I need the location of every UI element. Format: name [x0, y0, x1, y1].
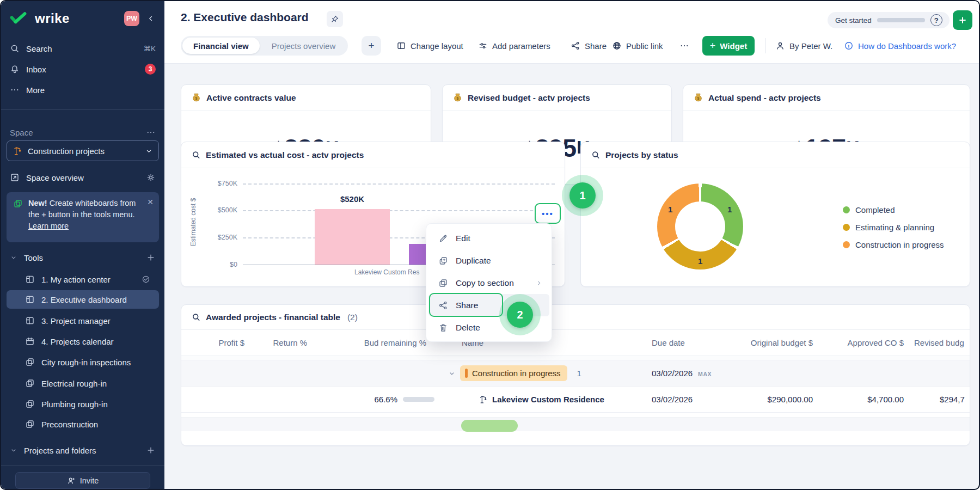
project-name-cell[interactable]: Lakeview Custom Residence [437, 395, 644, 404]
y-tick-0: $0 [204, 261, 237, 268]
col-return[interactable]: Return % [252, 338, 315, 347]
status-chart-widget[interactable]: Projects by status 1 1 1 Completed Estim… [580, 142, 970, 287]
get-started-progress[interactable]: Get started ? [828, 12, 950, 28]
change-layout-button[interactable]: Change layout [396, 36, 463, 56]
projects-folders-section[interactable]: Projects and folders [1, 441, 164, 460]
sidebar-item-projects-calendar[interactable]: 4. Projects calendar [7, 332, 159, 351]
add-project-icon[interactable] [146, 445, 156, 455]
folder-copy-icon [25, 419, 35, 429]
tool-label: Electrical rough-in [41, 379, 150, 388]
tool-label: 2. Executive dashboard [41, 295, 150, 304]
tab-projects-overview[interactable]: Projects overview [261, 38, 347, 54]
dashboards-help-link[interactable]: How do Dashboards work? [844, 36, 956, 56]
bud-remaining-progress-track [403, 397, 434, 402]
chevron-down-icon[interactable] [448, 370, 456, 377]
byline-label: By Peter W. [789, 41, 832, 51]
sidebar-item-city-rough-in[interactable]: City rough-in inspections [7, 353, 159, 371]
tools-section-header[interactable]: Tools [1, 248, 164, 267]
sidebar-item-more[interactable]: More [1, 81, 164, 99]
widget-header: Projects by status [581, 142, 970, 168]
tool-label: 3. Project manager [41, 316, 150, 326]
legend-item-construction[interactable]: Construction in progress [843, 240, 944, 249]
pin-button[interactable] [327, 11, 343, 27]
create-new-button[interactable] [953, 10, 972, 30]
folder-copy-icon [25, 399, 35, 409]
table-row[interactable]: 66.6% Lakeview Custom Residence 03/02/20… [181, 387, 970, 413]
widget-menu-button[interactable]: ••• [535, 203, 561, 224]
logo-text: wrike [35, 11, 118, 26]
gridline-750k [243, 183, 555, 185]
space-section-header[interactable]: Space [1, 123, 164, 142]
invite-button[interactable]: Invite [15, 472, 150, 489]
table-partial-group-row [181, 417, 970, 431]
pin-icon [330, 15, 339, 23]
share-button[interactable]: Share [571, 36, 607, 56]
menu-item-edit[interactable]: Edit [426, 227, 552, 249]
gridline-500k [243, 210, 555, 211]
user-avatar[interactable]: PW [124, 11, 139, 26]
notice-text: New! Create whiteboards from the + butto… [28, 198, 136, 237]
money-bag-icon [191, 93, 201, 103]
dashboard-icon [25, 316, 35, 326]
sidebar-item-search[interactable]: Search ⌘K [1, 39, 164, 58]
legend-label: Construction in progress [855, 240, 944, 249]
menu-item-label: Share [456, 301, 478, 310]
sidebar-item-project-manager[interactable]: 3. Project manager [7, 311, 159, 330]
whiteboards-notice-card: New! Create whiteboards from the + butto… [7, 192, 159, 242]
col-due-date[interactable]: Due date [644, 338, 720, 347]
col-revised-budget[interactable]: Revised budg [908, 338, 970, 347]
close-icon[interactable]: ✕ [147, 197, 154, 208]
menu-item-label: Delete [456, 323, 480, 333]
folder-copy-icon [25, 357, 35, 367]
project-name[interactable]: Lakeview Custom Residence [492, 395, 604, 404]
menu-item-copy-to-section[interactable]: Copy to section [426, 272, 552, 294]
sidebar-item-plumbing-rough-in[interactable]: Plumbing rough-in [7, 395, 159, 413]
space-options-icon[interactable] [146, 127, 156, 137]
notice-learn-more-link[interactable]: Learn more [28, 222, 69, 230]
public-link-button[interactable]: Public link [612, 36, 663, 56]
sidebar-item-inbox[interactable]: Inbox 3 [1, 60, 164, 78]
duplicate-icon [438, 256, 448, 266]
status-badge[interactable]: Construction in progress [460, 365, 567, 381]
sidebar-item-my-action-center[interactable]: 1. My action center [7, 270, 159, 289]
sidebar-item-executive-dashboard[interactable]: 2. Executive dashboard [7, 290, 159, 309]
add-tool-icon[interactable] [146, 253, 156, 262]
group-count: 1 [577, 369, 581, 378]
add-tab-button[interactable]: + [362, 36, 381, 56]
col-original-budget[interactable]: Original budget $ [720, 338, 818, 347]
row-count: (2) [347, 313, 358, 322]
tool-label: 1. My action center [41, 275, 135, 284]
question-icon[interactable]: ? [930, 14, 942, 26]
magnifier-icon [191, 150, 201, 160]
collapse-sidebar-icon[interactable] [146, 14, 156, 23]
logo-row: wrike PW [1, 8, 164, 29]
col-profit[interactable]: Profit $ [181, 338, 252, 347]
magnifier-icon [191, 313, 201, 322]
menu-item-duplicate[interactable]: Duplicate [426, 249, 552, 272]
toolbar-divider [765, 38, 766, 53]
original-budget-cell: $290,000.00 [720, 395, 818, 404]
bar-estimated-cost[interactable] [315, 209, 390, 265]
financial-table-widget[interactable]: Awarded projects - financial table (2) P… [181, 304, 970, 446]
legend-item-estimating[interactable]: Estimating & planning [843, 223, 934, 232]
add-widget-button[interactable]: + Widget [702, 36, 755, 56]
legend-dot-gold [843, 224, 850, 231]
tab-financial-view[interactable]: Financial view [182, 38, 260, 54]
space-selector[interactable]: Construction projects [7, 140, 159, 161]
check-circle-icon [142, 275, 150, 284]
tool-label: 4. Projects calendar [41, 337, 150, 346]
more-actions-button[interactable] [679, 36, 689, 56]
sidebar-item-electrical-rough-in[interactable]: Electrical rough-in [7, 374, 159, 393]
approved-co-cell: $4,700.00 [818, 395, 908, 404]
legend-item-completed[interactable]: Completed [843, 205, 895, 215]
col-approved-co[interactable]: Approved CO $ [818, 338, 908, 347]
annotation-number: 2 [507, 302, 533, 328]
kpi-card-header: Active contracts value [181, 85, 431, 111]
slice-value-completed: 1 [727, 205, 732, 214]
sidebar-item-preconstruction[interactable]: Preconstruction [7, 415, 159, 433]
sidebar-item-space-overview[interactable]: Space overview [1, 168, 164, 187]
gear-icon[interactable] [146, 173, 156, 182]
col-bud-remaining[interactable]: Bud remaining % [315, 338, 437, 347]
add-parameters-button[interactable]: Add parameters [478, 36, 550, 56]
table-group-row[interactable]: Construction in progress 1 03/02/2026MAX [181, 360, 970, 387]
